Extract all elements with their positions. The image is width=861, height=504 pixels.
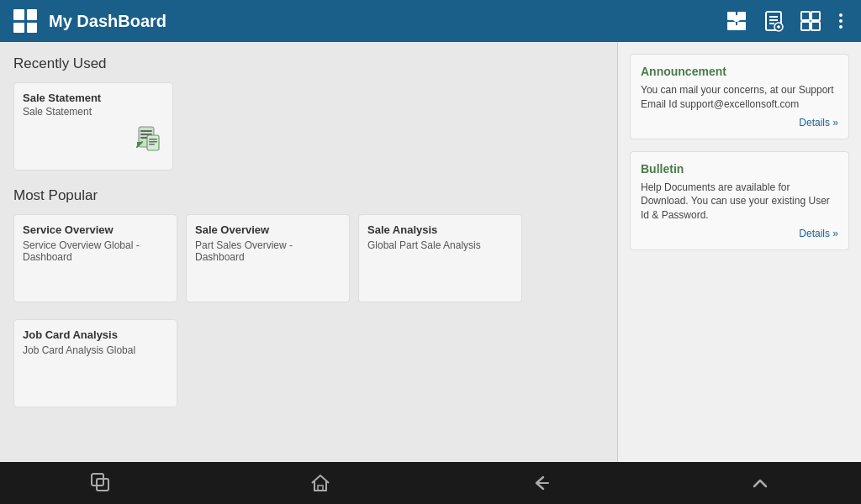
- sale-statement-card[interactable]: Sale Statement Sale Statement: [13, 82, 173, 171]
- sale-overview-card[interactable]: Sale Overview Part Sales Overview - Dash…: [186, 214, 350, 302]
- bulletin-box: Bulletin Help Documents are available fo…: [630, 151, 849, 250]
- recently-used-cards: Sale Statement Sale Statement: [13, 82, 604, 171]
- svg-rect-23: [149, 144, 155, 145]
- job-card-analysis-subtitle: Job Card Analysis Global: [23, 344, 168, 356]
- header-actions: [720, 4, 851, 38]
- footer: [0, 462, 861, 504]
- sale-statement-icon: [132, 123, 164, 161]
- grid-logo-icon: [10, 6, 40, 36]
- most-popular-cards-row1: Service Overview Service Overview Global…: [13, 214, 604, 302]
- sale-statement-subtitle: Sale Statement: [23, 106, 164, 118]
- left-panel: Recently Used Sale Statement Sale Statem…: [0, 42, 617, 462]
- up-button[interactable]: [743, 466, 777, 500]
- svg-point-4: [733, 15, 740, 22]
- job-card-analysis-card[interactable]: Job Card Analysis Job Card Analysis Glob…: [13, 319, 177, 407]
- most-popular-title: Most Popular: [13, 187, 604, 204]
- sale-statement-title: Sale Statement: [23, 92, 164, 104]
- svg-rect-14: [801, 22, 810, 30]
- more-options-button[interactable]: [831, 4, 851, 38]
- job-card-analysis-title: Job Card Analysis: [23, 328, 168, 341]
- sale-overview-subtitle: Part Sales Overview - Dashboard: [195, 239, 341, 263]
- service-overview-title: Service Overview: [23, 223, 168, 236]
- main-content: Recently Used Sale Statement Sale Statem…: [0, 42, 861, 462]
- sale-analysis-subtitle: Global Part Sale Analysis: [367, 239, 513, 251]
- svg-rect-20: [147, 135, 159, 150]
- recently-used-title: Recently Used: [13, 55, 604, 72]
- home-button[interactable]: [304, 466, 337, 500]
- bulletin-title: Bulletin: [641, 162, 838, 176]
- header: My DashBoard: [0, 0, 861, 42]
- app-title: My DashBoard: [49, 12, 166, 31]
- right-panel: Announcement You can mail your concerns,…: [617, 42, 861, 462]
- service-overview-card[interactable]: Service Overview Service Overview Global…: [13, 214, 177, 302]
- announcement-details-link[interactable]: Details »: [641, 117, 838, 129]
- svg-rect-15: [811, 22, 820, 30]
- reports-button[interactable]: [757, 4, 790, 38]
- svg-rect-21: [149, 139, 157, 140]
- most-popular-cards-row2: Job Card Analysis Job Card Analysis Glob…: [13, 319, 604, 407]
- bulletin-details-link[interactable]: Details »: [641, 228, 838, 239]
- svg-rect-22: [149, 141, 157, 143]
- most-popular-section: Most Popular Service Overview Service Ov…: [13, 187, 604, 407]
- dashboard-button[interactable]: [794, 4, 827, 38]
- sale-overview-title: Sale Overview: [195, 223, 341, 236]
- bulletin-text: Help Documents are available for Downloa…: [641, 181, 838, 223]
- header-logo: My DashBoard: [10, 6, 166, 36]
- sale-analysis-card[interactable]: Sale Analysis Global Part Sale Analysis: [358, 214, 522, 302]
- announcement-text: You can mail your concerns, at our Suppo…: [641, 83, 838, 112]
- svg-rect-12: [801, 12, 810, 20]
- profile-button[interactable]: [720, 4, 753, 38]
- back-button[interactable]: [524, 466, 557, 500]
- recently-used-section: Recently Used Sale Statement Sale Statem…: [13, 55, 604, 171]
- svg-rect-13: [811, 12, 820, 20]
- svg-rect-17: [140, 130, 152, 132]
- recent-apps-button[interactable]: [84, 466, 118, 500]
- announcement-box: Announcement You can mail your concerns,…: [630, 54, 849, 139]
- sale-analysis-title: Sale Analysis: [367, 223, 513, 236]
- service-overview-subtitle: Service Overview Global - Dashboard: [23, 239, 168, 263]
- announcement-title: Announcement: [641, 65, 838, 78]
